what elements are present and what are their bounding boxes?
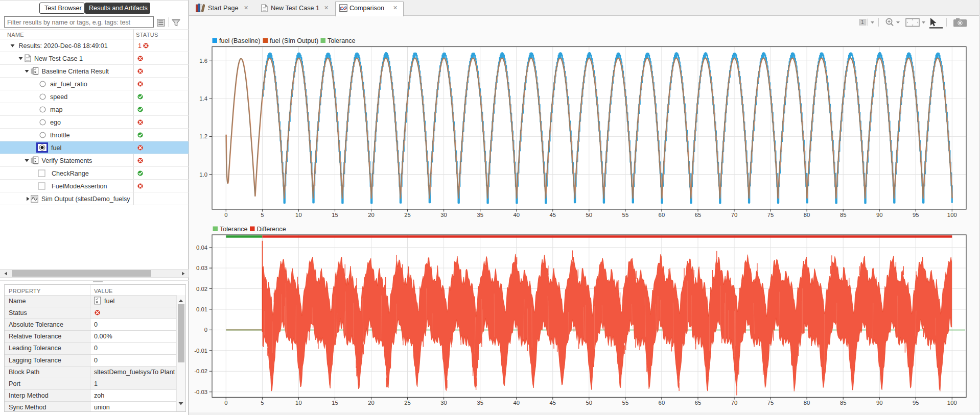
- svg-text:1.2: 1.2: [199, 133, 207, 139]
- svg-text:65: 65: [695, 400, 702, 406]
- svg-text:0.04: 0.04: [196, 245, 207, 251]
- svg-text:1.0: 1.0: [199, 172, 207, 178]
- svg-text:45: 45: [550, 212, 556, 218]
- svg-text:1.6: 1.6: [199, 58, 207, 64]
- svg-text:95: 95: [913, 400, 919, 406]
- svg-text:80: 80: [804, 400, 810, 406]
- svg-text:50: 50: [586, 400, 593, 406]
- svg-text:55: 55: [622, 212, 629, 218]
- svg-text:85: 85: [840, 212, 847, 218]
- svg-text:fuel (Baseline): fuel (Baseline): [219, 37, 261, 44]
- svg-text:60: 60: [659, 400, 665, 406]
- svg-text:1.4: 1.4: [199, 95, 207, 102]
- svg-text:-0.01: -0.01: [194, 348, 207, 354]
- svg-text:50: 50: [586, 212, 593, 218]
- svg-text:0.02: 0.02: [196, 286, 207, 292]
- svg-text:100: 100: [947, 400, 957, 406]
- svg-text:25: 25: [404, 212, 411, 218]
- svg-text:75: 75: [767, 400, 774, 406]
- svg-text:-0.02: -0.02: [194, 368, 207, 374]
- svg-text:35: 35: [477, 212, 483, 218]
- svg-text:0: 0: [224, 212, 227, 218]
- svg-text:60: 60: [659, 212, 665, 218]
- svg-text:70: 70: [731, 212, 738, 218]
- svg-text:0: 0: [204, 327, 207, 333]
- svg-text:70: 70: [731, 400, 738, 406]
- svg-text:85: 85: [840, 400, 847, 406]
- svg-text:0.03: 0.03: [196, 265, 207, 271]
- svg-text:40: 40: [513, 212, 520, 218]
- svg-text:5: 5: [261, 212, 264, 218]
- svg-text:15: 15: [332, 400, 338, 406]
- svg-text:80: 80: [804, 212, 810, 218]
- svg-text:75: 75: [767, 212, 774, 218]
- svg-text:90: 90: [876, 212, 883, 218]
- svg-text:0.01: 0.01: [196, 306, 207, 312]
- svg-text:55: 55: [622, 400, 629, 406]
- svg-text:0: 0: [224, 400, 227, 406]
- svg-text:40: 40: [513, 400, 520, 406]
- svg-text:fuel (Sim Output): fuel (Sim Output): [270, 37, 318, 44]
- svg-text:15: 15: [332, 212, 338, 218]
- svg-text:Tolerance: Tolerance: [328, 37, 356, 44]
- svg-text:35: 35: [477, 400, 483, 406]
- svg-text:-0.03: -0.03: [194, 389, 207, 395]
- svg-text:30: 30: [440, 212, 447, 218]
- svg-text:90: 90: [876, 400, 883, 406]
- svg-text:Difference: Difference: [257, 226, 286, 233]
- svg-text:30: 30: [440, 400, 447, 406]
- svg-text:65: 65: [695, 212, 702, 218]
- svg-text:10: 10: [295, 212, 302, 218]
- svg-text:20: 20: [368, 212, 375, 218]
- svg-text:5: 5: [261, 400, 264, 406]
- svg-text:10: 10: [295, 400, 302, 406]
- svg-text:Tolerance: Tolerance: [220, 226, 248, 233]
- svg-text:45: 45: [550, 400, 556, 406]
- svg-text:20: 20: [368, 400, 375, 406]
- svg-text:100: 100: [947, 212, 957, 218]
- svg-text:95: 95: [913, 212, 919, 218]
- svg-text:25: 25: [404, 400, 411, 406]
